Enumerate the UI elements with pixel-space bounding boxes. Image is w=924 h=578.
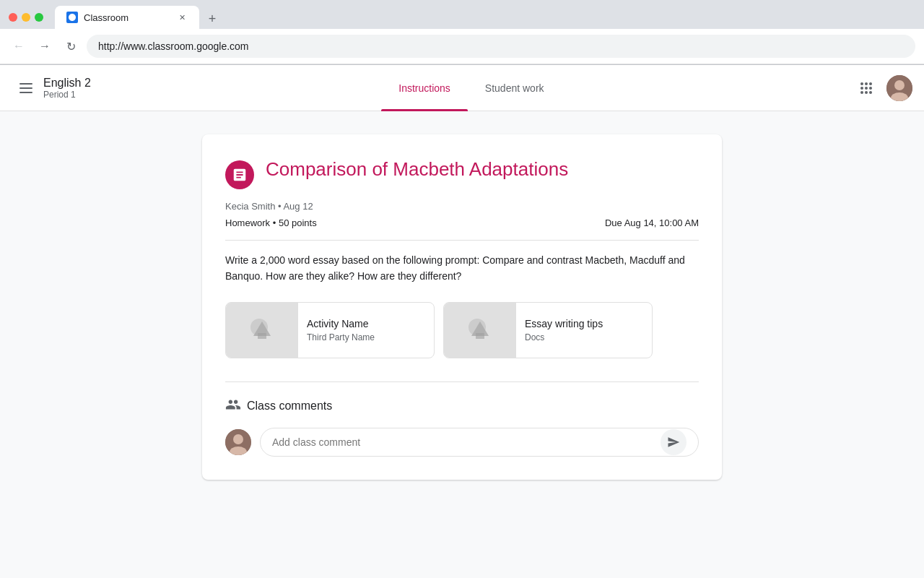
waffle-button[interactable] [852,74,881,103]
attachment-name: Essay writing tips [525,318,643,329]
hamburger-button[interactable] [12,74,40,103]
comments-title: Class comments [247,400,332,413]
attachment-name: Activity Name [307,318,425,329]
close-button[interactable] [9,13,17,22]
browser-tab[interactable]: Classroom ✕ [55,6,199,29]
assignment-date: Aug 12 [283,201,313,212]
header-actions [852,74,912,103]
refresh-button[interactable]: ↻ [61,36,81,56]
forward-button[interactable]: → [35,36,55,56]
attachment-info: Essay writing tips Docs [516,309,652,351]
header-tabs: Instructions Student work [91,65,852,111]
main-content: Comparison of Macbeth Adaptations Kecia … [0,111,924,578]
app-header: English 2 Period 1 Instructions Student … [0,65,924,111]
comment-input-wrapper[interactable] [260,428,699,457]
attachments: Activity Name Third Party Name Essay wri… [225,302,699,358]
attachment-card[interactable]: Activity Name Third Party Name [225,302,435,358]
maximize-button[interactable] [35,13,43,22]
minimize-button[interactable] [22,13,30,22]
tab-favicon [66,12,78,23]
comment-input-area [225,428,699,457]
tab-close-button[interactable]: ✕ [176,12,188,23]
send-button[interactable] [661,429,687,455]
tab-student-work[interactable]: Student work [468,65,562,111]
avatar[interactable] [886,75,912,101]
comment-input[interactable] [272,436,661,448]
attachment-thumbnail [444,303,516,358]
traffic-lights [9,13,43,22]
back-button[interactable]: ← [9,36,29,56]
assignment-meta: Kecia Smith • Aug 12 [225,201,699,212]
assignment-description: Write a 2,000 word essay based on the fo… [225,252,699,285]
assignment-icon [225,160,254,189]
browser-toolbar: ← → ↻ http://www.classroom.google.com [0,29,924,64]
comments-icon [225,397,241,416]
assignment-points: Homework • 50 points [225,217,317,228]
attachment-info: Activity Name Third Party Name [298,309,434,351]
assignment-header: Comparison of Macbeth Adaptations [225,158,699,189]
hamburger-line [19,87,32,89]
svg-rect-5 [258,333,266,339]
app: English 2 Period 1 Instructions Student … [0,65,924,578]
attachment-type: Third Party Name [307,332,425,342]
comments-section: Class comments [225,381,699,457]
class-period: Period 1 [43,90,91,100]
attachment-type: Docs [525,332,643,342]
svg-point-1 [894,80,905,90]
comments-header: Class comments [225,397,699,416]
hamburger-line [19,83,32,85]
tab-instructions[interactable]: Instructions [381,65,468,111]
avatar-image [886,75,912,101]
content-card: Comparison of Macbeth Adaptations Kecia … [202,134,722,480]
tab-title: Classroom [84,12,170,23]
tab-bar: Classroom ✕ + [55,6,222,29]
comment-avatar [225,429,251,455]
divider [225,240,699,241]
url-text: http://www.classroom.google.com [98,40,249,52]
new-tab-button[interactable]: + [202,9,222,29]
browser-chrome: Classroom ✕ + ← → ↻ http://www.classroom… [0,0,924,65]
assignment-title: Comparison of Macbeth Adaptations [266,158,568,182]
assignment-author: Kecia Smith [225,201,275,212]
class-info: English 2 Period 1 [43,77,91,100]
address-bar[interactable]: http://www.classroom.google.com [87,35,915,58]
assignment-points-due: Homework • 50 points Due Aug 14, 10:00 A… [225,217,699,228]
hamburger-line [19,92,32,93]
svg-rect-8 [476,333,484,339]
grid-icon [860,82,872,94]
browser-title-bar: Classroom ✕ + [0,0,924,29]
attachment-thumbnail [226,303,298,358]
attachment-card[interactable]: Essay writing tips Docs [443,302,653,358]
class-name: English 2 [43,77,91,90]
assignment-due: Due Aug 14, 10:00 AM [605,217,699,228]
svg-point-10 [233,434,243,444]
